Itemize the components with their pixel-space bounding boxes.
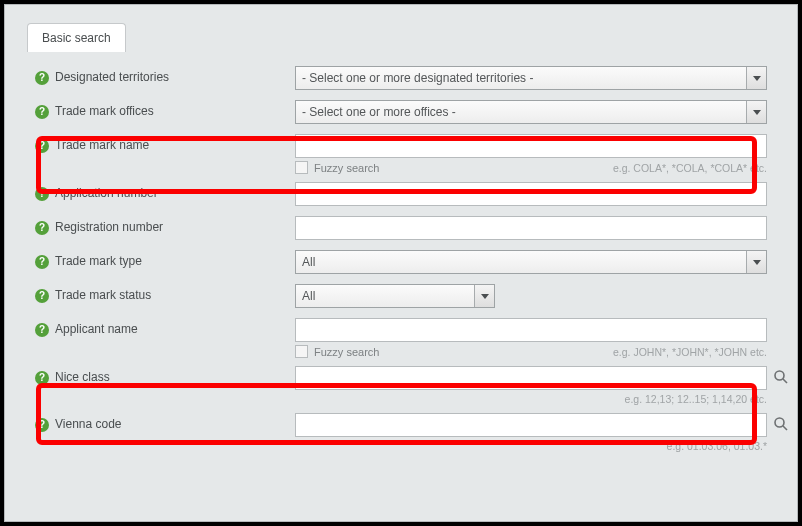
- label-trade-mark-status: Trade mark status: [55, 284, 295, 302]
- select-trade-mark-offices[interactable]: - Select one or more offices -: [295, 100, 767, 124]
- row-trade-mark-status: ? Trade mark status All: [35, 284, 767, 310]
- row-trade-mark-type: ? Trade mark type All: [35, 250, 767, 276]
- chevron-down-icon: [746, 101, 766, 123]
- input-applicant-name[interactable]: [295, 318, 767, 342]
- select-trade-mark-type[interactable]: All: [295, 250, 767, 274]
- fuzzy-search-label: Fuzzy search: [314, 346, 379, 358]
- select-designated-territories[interactable]: - Select one or more designated territor…: [295, 66, 767, 90]
- chevron-down-icon: [746, 67, 766, 89]
- label-nice-class: Nice class: [55, 366, 295, 384]
- help-icon[interactable]: ?: [35, 289, 49, 303]
- fuzzy-search-label: Fuzzy search: [314, 162, 379, 174]
- help-icon[interactable]: ?: [35, 139, 49, 153]
- select-value: - Select one or more offices -: [302, 105, 456, 119]
- checkbox-fuzzy-search-applicant[interactable]: [295, 345, 308, 358]
- help-icon[interactable]: ?: [35, 221, 49, 235]
- select-value: All: [302, 255, 315, 269]
- label-trade-mark-offices: Trade mark offices: [55, 100, 295, 118]
- example-text: e.g. JOHN*, *JOHN*, *JOHN etc.: [613, 346, 767, 358]
- input-nice-class[interactable]: [295, 366, 767, 390]
- help-icon[interactable]: ?: [35, 71, 49, 85]
- chevron-down-icon: [746, 251, 766, 273]
- select-trade-mark-status[interactable]: All: [295, 284, 495, 308]
- svg-point-0: [775, 371, 784, 380]
- row-applicant-name: ? Applicant name Fuzzy search e.g. JOHN*…: [35, 318, 767, 358]
- search-icon[interactable]: [773, 369, 789, 385]
- svg-line-1: [783, 379, 787, 383]
- row-designated-territories: ? Designated territories - Select one or…: [35, 66, 767, 92]
- help-icon[interactable]: ?: [35, 187, 49, 201]
- label-application-number: Application number: [55, 182, 295, 200]
- select-value: - Select one or more designated territor…: [302, 71, 533, 85]
- svg-point-2: [775, 418, 784, 427]
- input-registration-number[interactable]: [295, 216, 767, 240]
- label-designated-territories: Designated territories: [55, 66, 295, 84]
- chevron-down-icon: [474, 285, 494, 307]
- select-value: All: [302, 289, 315, 303]
- example-text: e.g. COLA*, *COLA, *COLA* etc.: [613, 162, 767, 174]
- label-vienna-code: Vienna code: [55, 413, 295, 431]
- label-trade-mark-name: Trade mark name: [55, 134, 295, 152]
- row-trade-mark-offices: ? Trade mark offices - Select one or mor…: [35, 100, 767, 126]
- help-icon[interactable]: ?: [35, 371, 49, 385]
- checkbox-fuzzy-search-tmname[interactable]: [295, 161, 308, 174]
- example-text: e.g. 12,13; 12..15; 1,14,20 etc.: [625, 393, 767, 405]
- label-trade-mark-type: Trade mark type: [55, 250, 295, 268]
- row-trade-mark-name: ? Trade mark name Fuzzy search e.g. COLA…: [35, 134, 767, 174]
- input-vienna-code[interactable]: [295, 413, 767, 437]
- row-nice-class: ? Nice class e.g. 12,13; 12..15; 1,14,20…: [35, 366, 767, 405]
- input-trade-mark-name[interactable]: [295, 134, 767, 158]
- svg-line-3: [783, 426, 787, 430]
- help-icon[interactable]: ?: [35, 105, 49, 119]
- row-vienna-code: ? Vienna code e.g. 01.03.06, 01.03.*: [35, 413, 767, 452]
- help-icon[interactable]: ?: [35, 418, 49, 432]
- input-application-number[interactable]: [295, 182, 767, 206]
- example-text: e.g. 01.03.06, 01.03.*: [667, 440, 767, 452]
- tab-basic-search[interactable]: Basic search: [27, 23, 126, 52]
- row-application-number: ? Application number: [35, 182, 767, 208]
- help-icon[interactable]: ?: [35, 255, 49, 269]
- label-registration-number: Registration number: [55, 216, 295, 234]
- search-icon[interactable]: [773, 416, 789, 432]
- label-applicant-name: Applicant name: [55, 318, 295, 336]
- row-registration-number: ? Registration number: [35, 216, 767, 242]
- help-icon[interactable]: ?: [35, 323, 49, 337]
